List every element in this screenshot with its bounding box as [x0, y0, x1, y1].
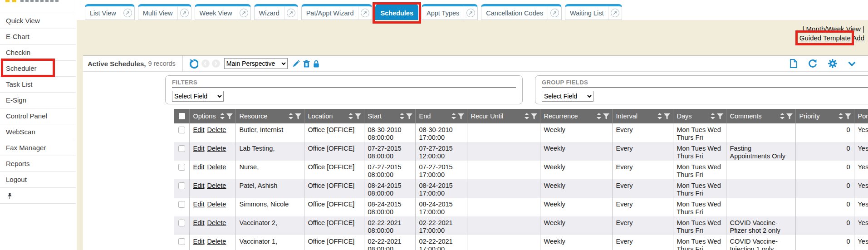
- group-fields-select[interactable]: Select Field: [542, 91, 593, 102]
- row-checkbox[interactable]: [178, 145, 185, 152]
- sort-icon[interactable]: [525, 113, 529, 119]
- month-week-view-link[interactable]: | Month/Week View |: [803, 25, 864, 33]
- sidebar-item-checkin[interactable]: Checkin: [0, 45, 76, 61]
- next-page-icon[interactable]: [212, 59, 220, 68]
- sort-icon[interactable]: [289, 113, 293, 119]
- perspective-select[interactable]: Main Perspective: [224, 58, 288, 69]
- edit-link[interactable]: Edit: [193, 182, 205, 189]
- sort-icon[interactable]: [220, 113, 225, 119]
- sort-icon[interactable]: [839, 113, 843, 119]
- priority-cell: 0: [795, 161, 854, 179]
- sort-icon[interactable]: [711, 113, 715, 119]
- external-link-icon[interactable]: [237, 6, 250, 20]
- tab-wizard[interactable]: Wizard: [254, 4, 298, 20]
- row-checkbox[interactable]: [178, 220, 185, 226]
- delete-link[interactable]: Delete: [207, 126, 226, 133]
- tab-cancellation-codes[interactable]: Cancellation Codes: [481, 4, 562, 20]
- sidebar-item-e-sign[interactable]: E-Sign: [0, 93, 76, 108]
- collapse-chevron-down-icon[interactable]: [848, 61, 856, 66]
- edit-link[interactable]: Edit: [193, 145, 205, 152]
- select-all-header[interactable]: [174, 109, 189, 123]
- logo-text-clipped: [45, 0, 49, 2]
- filters-field-select[interactable]: Select Field: [172, 91, 224, 102]
- new-document-icon[interactable]: [790, 59, 797, 68]
- delete-link[interactable]: Delete: [207, 182, 226, 189]
- tab-list-view[interactable]: List View: [85, 4, 135, 20]
- select-all-checkbox[interactable]: [179, 113, 185, 119]
- guided-template-link[interactable]: Guided Template: [799, 34, 851, 42]
- sort-icon[interactable]: [597, 113, 601, 119]
- row-checkbox[interactable]: [178, 182, 185, 189]
- edit-link[interactable]: Edit: [193, 163, 205, 171]
- sort-icon[interactable]: [400, 113, 404, 119]
- external-link-icon[interactable]: [121, 6, 134, 20]
- edit-link[interactable]: Edit: [193, 219, 205, 226]
- external-link-icon[interactable]: [284, 6, 298, 20]
- portal-cell: Yes: [854, 142, 868, 161]
- edit-pencil-icon[interactable]: [292, 60, 300, 68]
- delete-link[interactable]: Delete: [207, 163, 226, 171]
- sidebar-item-webscan[interactable]: WebScan: [0, 124, 76, 140]
- row-checkbox[interactable]: [178, 127, 185, 133]
- filter-funnel-icon[interactable]: [355, 113, 361, 119]
- add-link[interactable]: Add: [852, 34, 864, 42]
- external-link-icon[interactable]: [608, 6, 622, 20]
- sidebar-item-quick-view[interactable]: Quick View: [0, 13, 76, 29]
- filter-funnel-icon[interactable]: [664, 113, 670, 119]
- external-link-icon[interactable]: [177, 6, 191, 20]
- filter-funnel-icon[interactable]: [786, 113, 793, 119]
- sidebar-item-reports[interactable]: Reports: [0, 156, 76, 172]
- delete-link[interactable]: Delete: [207, 145, 226, 152]
- edit-link[interactable]: Edit: [193, 238, 205, 245]
- column-header-start: Start: [364, 109, 415, 123]
- sidebar-item-fax-manager[interactable]: Fax Manager: [0, 140, 76, 156]
- filter-funnel-icon[interactable]: [406, 113, 412, 119]
- filter-funnel-icon[interactable]: [226, 113, 233, 119]
- sort-icon[interactable]: [348, 113, 353, 119]
- filter-funnel-icon[interactable]: [295, 113, 301, 119]
- external-link-icon[interactable]: [548, 6, 561, 20]
- tab-pat-appt-wizard[interactable]: Pat/Appt Wizard: [301, 4, 373, 20]
- portal-cell: Yes: [854, 161, 868, 179]
- undo-icon[interactable]: [189, 59, 198, 69]
- sort-icon[interactable]: [780, 113, 785, 119]
- column-header-end: End: [415, 109, 467, 123]
- record-count: 9 records: [148, 60, 175, 67]
- delete-trash-icon[interactable]: [303, 60, 310, 68]
- sidebar-item-control-panel[interactable]: Control Panel: [0, 108, 76, 124]
- annotation-box-scheduler: [1, 59, 55, 77]
- sidebar-item-scheduler[interactable]: Scheduler: [0, 61, 76, 77]
- sidebar-item-task-list[interactable]: Task List: [0, 77, 76, 93]
- tab-multi-view[interactable]: Multi View: [138, 4, 191, 20]
- interval-cell: Every: [612, 142, 673, 161]
- refresh-icon[interactable]: [808, 59, 817, 68]
- recur-until-cell: [467, 216, 540, 235]
- filter-funnel-icon[interactable]: [458, 113, 464, 119]
- prev-page-icon[interactable]: [201, 59, 210, 68]
- row-checkbox[interactable]: [178, 201, 185, 208]
- tab-schedules[interactable]: Schedules: [375, 4, 418, 20]
- delete-link[interactable]: Delete: [207, 238, 226, 245]
- push-pin-icon[interactable]: [7, 192, 12, 199]
- tab-waiting-list[interactable]: Waiting List: [565, 4, 622, 20]
- lock-icon[interactable]: [313, 60, 319, 68]
- filter-funnel-icon[interactable]: [717, 113, 723, 119]
- sidebar-item-logout[interactable]: Logout: [0, 172, 76, 188]
- filter-funnel-icon[interactable]: [603, 113, 609, 119]
- edit-link[interactable]: Edit: [193, 201, 205, 208]
- edit-link[interactable]: Edit: [193, 126, 205, 133]
- external-link-icon[interactable]: [464, 6, 477, 20]
- filter-funnel-icon[interactable]: [845, 113, 851, 119]
- tab-appt-types[interactable]: Appt Types: [422, 4, 478, 20]
- row-checkbox[interactable]: [178, 238, 185, 245]
- tab-week-view[interactable]: Week View: [195, 4, 251, 20]
- sort-icon[interactable]: [451, 113, 456, 119]
- filter-funnel-icon[interactable]: [531, 113, 537, 119]
- settings-gear-icon[interactable]: [828, 59, 837, 68]
- sidebar-item-e-chart[interactable]: E-Chart: [0, 29, 76, 45]
- delete-link[interactable]: Delete: [207, 201, 226, 208]
- delete-link[interactable]: Delete: [207, 219, 226, 226]
- external-link-icon[interactable]: [358, 6, 372, 20]
- row-checkbox[interactable]: [178, 164, 185, 171]
- sort-icon[interactable]: [657, 113, 662, 119]
